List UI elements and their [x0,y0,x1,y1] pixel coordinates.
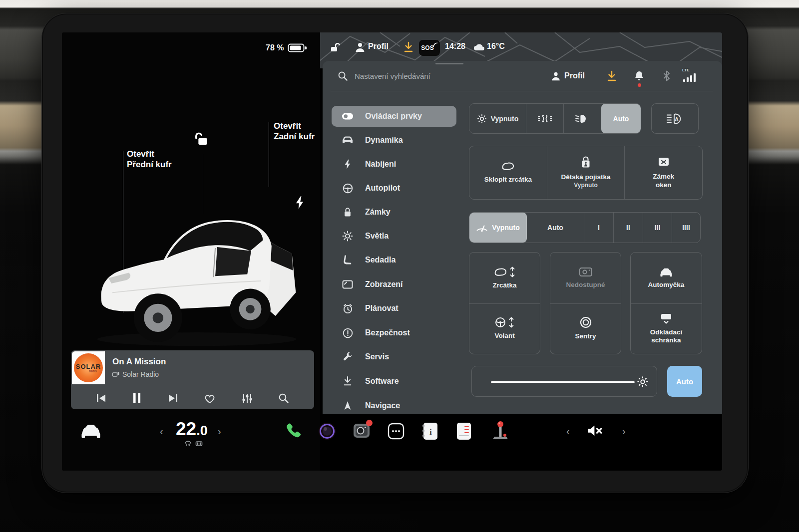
media-art-subtext: radio [89,369,97,373]
settings-search-input[interactable]: Nastavení vyhledávání [355,72,430,80]
profile-icon[interactable] [551,71,561,81]
menu-item-navigation[interactable]: Navigace [332,396,456,414]
steering-adjust-button[interactable]: Volant [469,303,540,354]
menu-item-safety[interactable]: Bezpečnost [332,323,456,343]
window-lock-button[interactable]: Zámek oken [625,146,702,199]
menu-item-lights[interactable]: Světla [332,226,456,246]
lights-lowbeam-segment[interactable] [564,104,601,133]
driver-profile-icon-map[interactable] [355,42,366,53]
sun-icon [342,231,354,242]
driver-profile-label-map[interactable]: Profil [368,42,389,51]
glovebox-button[interactable]: Odkládací schránka [631,303,702,354]
menu-item-scheduled[interactable]: Plánovat [332,298,456,318]
auto-highbeam-button[interactable]: A [651,103,699,134]
wiper-speed-3-segment[interactable]: III [643,213,672,243]
menu-item-service[interactable]: Servis [332,347,456,367]
wiper-speed-1-segment[interactable]: I [584,213,614,243]
svg-text:A: A [675,116,679,122]
profile-label[interactable]: Profil [564,71,585,80]
wiper-auto-segment[interactable]: Auto [527,213,584,243]
sos-label: SOS [421,44,433,51]
fold-mirrors-button[interactable]: Sklopit zrcátka [469,146,547,199]
pause-button[interactable] [132,393,141,404]
menu-item-autopilot[interactable]: Autopilot [332,178,456,198]
outside-temperature: 16°C [487,42,505,51]
child-lock-state: Vypnuto [561,181,610,190]
touchscreen-display: 78 % Otevřít Přední kufr [62,32,722,471]
battery-status: 78 % [266,42,308,53]
favorite-button[interactable] [204,393,216,404]
seat-icon [342,255,354,265]
menu-item-seats[interactable]: Sedadla [332,250,456,270]
grid-column-1: Zrcátka Volant [469,252,540,354]
quick-controls-row: Sklopit zrcátka Dětská pojistka Vypnuto [469,146,703,200]
unlocked-icon[interactable] [329,41,341,53]
menu-item-charging[interactable]: Nabíjení [332,154,456,174]
wiper-speed-4-segment[interactable]: IIII [672,213,700,243]
mirrors-button[interactable]: Zrcátka [469,253,540,303]
menu-item-locks[interactable]: Zámky [332,202,456,222]
brightness-slider-container [471,366,657,397]
notifications-bell-icon[interactable] [634,70,644,81]
media-album-art[interactable]: SOLAR radio [72,351,105,384]
steering-wheel-icon [342,183,354,194]
dashcam-unavailable-label: Nedostupné [566,281,605,289]
steering-adjust-label: Volant [494,332,514,340]
wiper-speed-label: I [598,224,600,232]
menu-label: Dynamika [365,136,403,145]
temp-decrease-chevron[interactable]: ‹ [160,426,163,437]
media-source-icon [112,372,119,377]
wiper-segmented-control: Vypnuto Auto I II III IIII [469,212,701,243]
child-lock-button[interactable]: Dětská pojistka Vypnuto [547,146,625,199]
rear-trunk-label-line2: Zadní kufr [274,131,315,142]
panel-drag-handle[interactable] [435,63,463,64]
menu-item-display[interactable]: Zobrazení [332,274,456,294]
wiper-speed-2-segment[interactable]: II [614,213,643,243]
front-trunk-callout[interactable]: Otevřít Přední kufr [127,149,172,170]
brightness-slider[interactable] [491,381,635,383]
more-apps-icon[interactable] [388,423,404,440]
software-update-icon-map[interactable] [403,41,414,53]
next-track-button[interactable] [167,393,178,403]
weather-icon [473,42,485,51]
volume-muted-icon[interactable] [586,424,603,438]
wiper-off-segment[interactable]: Vypnuto [469,213,527,243]
search-divider [331,91,713,91]
lights-parking-segment[interactable] [526,104,564,133]
rear-trunk-callout[interactable]: Otevřít Zadní kufr [274,121,315,142]
equalizer-button[interactable] [242,393,253,404]
bluetooth-icon[interactable] [663,70,671,81]
volume-up-chevron[interactable]: › [622,426,626,437]
dashcam-unavailable-button: Nedostupné [550,253,621,303]
display-auto-button[interactable]: Auto [667,366,702,397]
schedule-clock-icon [342,303,354,314]
software-update-icon[interactable] [606,70,617,82]
menu-label: Ovládací prvky [365,112,422,121]
unlock-icon[interactable] [194,131,210,146]
previous-track-button[interactable] [96,393,107,403]
camera-app-icon[interactable] [353,422,371,440]
settings-panel: Nastavení vyhledávání Profil [323,61,722,414]
menu-label: Servis [365,352,389,361]
volume-down-chevron[interactable]: ‹ [566,426,570,437]
arcade-app-icon[interactable] [490,420,510,441]
sos-badge[interactable]: SOS [419,40,440,56]
sentry-button[interactable]: Sentry [550,303,621,354]
menu-item-controls[interactable]: Ovládací prvky [332,106,456,127]
owners-manual-app-icon[interactable]: i [421,422,438,441]
media-search-button[interactable] [278,393,289,404]
phone-app-icon[interactable] [284,422,302,440]
headlights-segmented-control: Vypnuto Auto [469,103,641,134]
notes-app-icon[interactable] [455,422,472,441]
vehicle-controls-app-icon[interactable] [80,423,102,439]
vehicle-visualization[interactable] [89,178,309,350]
voice-lens-app-icon[interactable] [318,422,337,441]
temp-increase-chevron[interactable]: › [218,426,221,437]
carwash-button[interactable]: Automyčka [631,253,702,303]
cabin-temperature[interactable]: 22.0 [176,419,208,440]
lights-off-segment[interactable]: Vypnuto [469,104,526,133]
lights-auto-segment[interactable]: Auto [601,104,641,133]
menu-item-software[interactable]: Software [332,371,456,391]
wiper-speed-label: III [655,224,661,232]
menu-item-dynamics[interactable]: Dynamika [332,130,456,150]
